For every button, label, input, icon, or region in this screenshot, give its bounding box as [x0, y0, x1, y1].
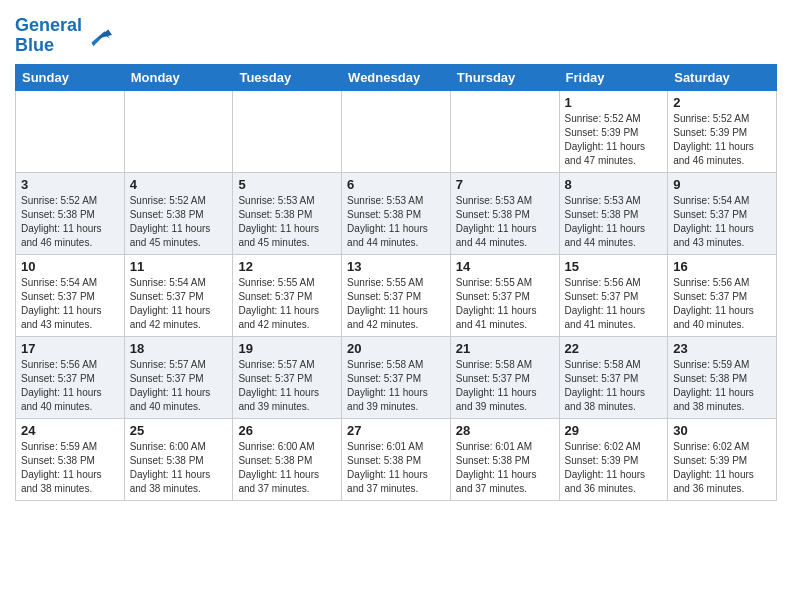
day-number: 12 [238, 259, 336, 274]
day-info: Sunrise: 6:01 AM Sunset: 5:38 PM Dayligh… [347, 440, 445, 496]
calendar-week-row: 1Sunrise: 5:52 AM Sunset: 5:39 PM Daylig… [16, 90, 777, 172]
day-number: 17 [21, 341, 119, 356]
calendar-week-row: 17Sunrise: 5:56 AM Sunset: 5:37 PM Dayli… [16, 336, 777, 418]
day-number: 25 [130, 423, 228, 438]
calendar-cell: 8Sunrise: 5:53 AM Sunset: 5:38 PM Daylig… [559, 172, 668, 254]
weekday-header-wednesday: Wednesday [342, 64, 451, 90]
calendar-cell: 22Sunrise: 5:58 AM Sunset: 5:37 PM Dayli… [559, 336, 668, 418]
calendar-cell: 9Sunrise: 5:54 AM Sunset: 5:37 PM Daylig… [668, 172, 777, 254]
logo-text: General Blue [15, 16, 82, 56]
day-info: Sunrise: 5:56 AM Sunset: 5:37 PM Dayligh… [673, 276, 771, 332]
weekday-header-monday: Monday [124, 64, 233, 90]
day-info: Sunrise: 6:02 AM Sunset: 5:39 PM Dayligh… [565, 440, 663, 496]
day-number: 8 [565, 177, 663, 192]
calendar-cell: 29Sunrise: 6:02 AM Sunset: 5:39 PM Dayli… [559, 418, 668, 500]
logo-icon [84, 22, 112, 50]
calendar-week-row: 3Sunrise: 5:52 AM Sunset: 5:38 PM Daylig… [16, 172, 777, 254]
calendar-cell: 14Sunrise: 5:55 AM Sunset: 5:37 PM Dayli… [450, 254, 559, 336]
weekday-header-sunday: Sunday [16, 64, 125, 90]
day-info: Sunrise: 6:00 AM Sunset: 5:38 PM Dayligh… [238, 440, 336, 496]
day-info: Sunrise: 5:59 AM Sunset: 5:38 PM Dayligh… [21, 440, 119, 496]
calendar-cell [124, 90, 233, 172]
day-number: 19 [238, 341, 336, 356]
calendar-cell [233, 90, 342, 172]
calendar-cell: 27Sunrise: 6:01 AM Sunset: 5:38 PM Dayli… [342, 418, 451, 500]
day-info: Sunrise: 5:54 AM Sunset: 5:37 PM Dayligh… [21, 276, 119, 332]
calendar-cell [450, 90, 559, 172]
day-info: Sunrise: 5:52 AM Sunset: 5:38 PM Dayligh… [130, 194, 228, 250]
day-info: Sunrise: 5:56 AM Sunset: 5:37 PM Dayligh… [21, 358, 119, 414]
page: General Blue SundayMondayTuesdayWednesda… [0, 0, 792, 516]
day-number: 15 [565, 259, 663, 274]
day-info: Sunrise: 5:58 AM Sunset: 5:37 PM Dayligh… [565, 358, 663, 414]
day-info: Sunrise: 5:55 AM Sunset: 5:37 PM Dayligh… [456, 276, 554, 332]
calendar-cell: 18Sunrise: 5:57 AM Sunset: 5:37 PM Dayli… [124, 336, 233, 418]
day-number: 1 [565, 95, 663, 110]
calendar-cell: 28Sunrise: 6:01 AM Sunset: 5:38 PM Dayli… [450, 418, 559, 500]
calendar-cell: 3Sunrise: 5:52 AM Sunset: 5:38 PM Daylig… [16, 172, 125, 254]
day-info: Sunrise: 5:58 AM Sunset: 5:37 PM Dayligh… [347, 358, 445, 414]
header: General Blue [15, 10, 777, 56]
calendar-cell: 4Sunrise: 5:52 AM Sunset: 5:38 PM Daylig… [124, 172, 233, 254]
calendar-cell: 25Sunrise: 6:00 AM Sunset: 5:38 PM Dayli… [124, 418, 233, 500]
day-info: Sunrise: 5:53 AM Sunset: 5:38 PM Dayligh… [238, 194, 336, 250]
weekday-header-friday: Friday [559, 64, 668, 90]
day-info: Sunrise: 5:56 AM Sunset: 5:37 PM Dayligh… [565, 276, 663, 332]
day-number: 21 [456, 341, 554, 356]
calendar-cell: 1Sunrise: 5:52 AM Sunset: 5:39 PM Daylig… [559, 90, 668, 172]
day-number: 5 [238, 177, 336, 192]
weekday-header-thursday: Thursday [450, 64, 559, 90]
day-number: 3 [21, 177, 119, 192]
day-info: Sunrise: 5:53 AM Sunset: 5:38 PM Dayligh… [565, 194, 663, 250]
day-info: Sunrise: 5:54 AM Sunset: 5:37 PM Dayligh… [130, 276, 228, 332]
calendar-cell: 11Sunrise: 5:54 AM Sunset: 5:37 PM Dayli… [124, 254, 233, 336]
day-info: Sunrise: 5:53 AM Sunset: 5:38 PM Dayligh… [456, 194, 554, 250]
day-info: Sunrise: 5:57 AM Sunset: 5:37 PM Dayligh… [238, 358, 336, 414]
day-info: Sunrise: 5:53 AM Sunset: 5:38 PM Dayligh… [347, 194, 445, 250]
day-number: 4 [130, 177, 228, 192]
calendar-cell: 15Sunrise: 5:56 AM Sunset: 5:37 PM Dayli… [559, 254, 668, 336]
svg-marker-1 [97, 29, 112, 38]
calendar-cell: 20Sunrise: 5:58 AM Sunset: 5:37 PM Dayli… [342, 336, 451, 418]
day-number: 18 [130, 341, 228, 356]
calendar-cell: 26Sunrise: 6:00 AM Sunset: 5:38 PM Dayli… [233, 418, 342, 500]
day-number: 26 [238, 423, 336, 438]
calendar-cell: 7Sunrise: 5:53 AM Sunset: 5:38 PM Daylig… [450, 172, 559, 254]
day-number: 28 [456, 423, 554, 438]
day-number: 10 [21, 259, 119, 274]
weekday-header-row: SundayMondayTuesdayWednesdayThursdayFrid… [16, 64, 777, 90]
day-info: Sunrise: 5:52 AM Sunset: 5:39 PM Dayligh… [673, 112, 771, 168]
calendar-cell: 21Sunrise: 5:58 AM Sunset: 5:37 PM Dayli… [450, 336, 559, 418]
day-number: 30 [673, 423, 771, 438]
calendar-cell: 10Sunrise: 5:54 AM Sunset: 5:37 PM Dayli… [16, 254, 125, 336]
calendar-table: SundayMondayTuesdayWednesdayThursdayFrid… [15, 64, 777, 501]
calendar-cell [16, 90, 125, 172]
calendar-cell: 13Sunrise: 5:55 AM Sunset: 5:37 PM Dayli… [342, 254, 451, 336]
calendar-cell: 30Sunrise: 6:02 AM Sunset: 5:39 PM Dayli… [668, 418, 777, 500]
day-info: Sunrise: 5:57 AM Sunset: 5:37 PM Dayligh… [130, 358, 228, 414]
day-number: 2 [673, 95, 771, 110]
calendar-cell: 12Sunrise: 5:55 AM Sunset: 5:37 PM Dayli… [233, 254, 342, 336]
calendar-cell: 2Sunrise: 5:52 AM Sunset: 5:39 PM Daylig… [668, 90, 777, 172]
day-info: Sunrise: 5:55 AM Sunset: 5:37 PM Dayligh… [347, 276, 445, 332]
day-number: 7 [456, 177, 554, 192]
day-number: 6 [347, 177, 445, 192]
day-number: 20 [347, 341, 445, 356]
day-number: 13 [347, 259, 445, 274]
day-info: Sunrise: 5:58 AM Sunset: 5:37 PM Dayligh… [456, 358, 554, 414]
calendar-cell: 23Sunrise: 5:59 AM Sunset: 5:38 PM Dayli… [668, 336, 777, 418]
day-info: Sunrise: 6:01 AM Sunset: 5:38 PM Dayligh… [456, 440, 554, 496]
day-info: Sunrise: 5:52 AM Sunset: 5:39 PM Dayligh… [565, 112, 663, 168]
logo: General Blue [15, 16, 112, 56]
calendar-cell: 24Sunrise: 5:59 AM Sunset: 5:38 PM Dayli… [16, 418, 125, 500]
calendar-cell [342, 90, 451, 172]
day-number: 24 [21, 423, 119, 438]
day-info: Sunrise: 6:00 AM Sunset: 5:38 PM Dayligh… [130, 440, 228, 496]
day-info: Sunrise: 5:52 AM Sunset: 5:38 PM Dayligh… [21, 194, 119, 250]
calendar-cell: 6Sunrise: 5:53 AM Sunset: 5:38 PM Daylig… [342, 172, 451, 254]
day-info: Sunrise: 6:02 AM Sunset: 5:39 PM Dayligh… [673, 440, 771, 496]
calendar-cell: 16Sunrise: 5:56 AM Sunset: 5:37 PM Dayli… [668, 254, 777, 336]
day-info: Sunrise: 5:55 AM Sunset: 5:37 PM Dayligh… [238, 276, 336, 332]
day-info: Sunrise: 5:54 AM Sunset: 5:37 PM Dayligh… [673, 194, 771, 250]
weekday-header-tuesday: Tuesday [233, 64, 342, 90]
